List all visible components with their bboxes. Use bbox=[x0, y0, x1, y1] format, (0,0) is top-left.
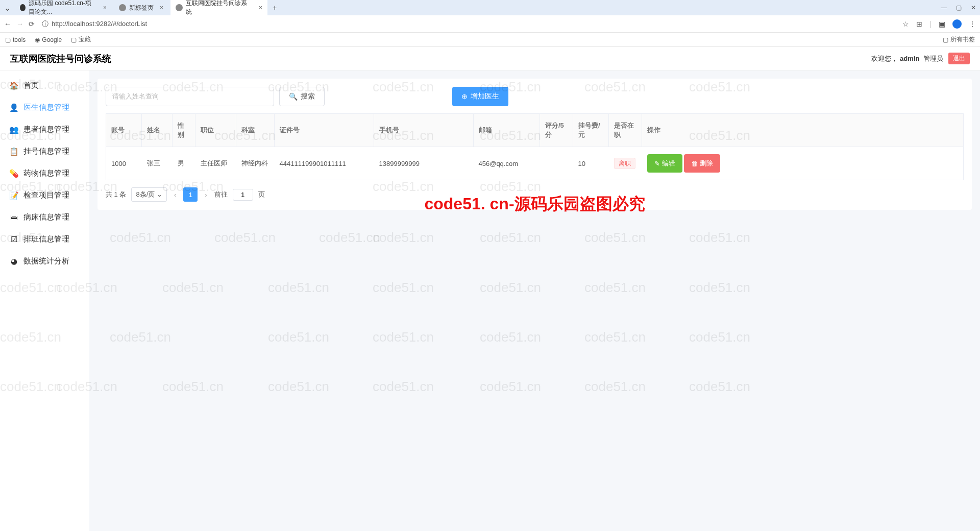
sidebar-item-label: 医生信息管理 bbox=[23, 103, 69, 112]
dropdown-icon[interactable]: ⌄ bbox=[4, 3, 11, 13]
table-header-row: 账号 姓名 性别 职位 科室 证件号 手机号 邮箱 评分/5分 挂号费/元 是否… bbox=[106, 114, 964, 147]
main-content: 请输入姓名查询 🔍 搜索 ⊕ 增加医生 账号 姓名 性别 bbox=[89, 70, 980, 531]
browser-titlebar: ⌄ 源码乐园 code51.cn-项目论文... × 新标签页 × 互联网医院挂… bbox=[0, 0, 980, 15]
divider: | bbox=[929, 20, 932, 28]
sidebar-item-label: 药物信息管理 bbox=[23, 168, 69, 178]
cell-idno: 444111199901011111 bbox=[275, 147, 374, 180]
cell-dept: 神经内科 bbox=[236, 147, 275, 180]
profile-icon[interactable] bbox=[952, 19, 962, 29]
browser-tab[interactable]: 源码乐园 code51.cn-项目论文... × bbox=[15, 0, 112, 18]
col-score: 评分/5分 bbox=[540, 114, 573, 147]
doctor-table: 账号 姓名 性别 职位 科室 证件号 手机号 邮箱 评分/5分 挂号费/元 是否… bbox=[106, 113, 964, 180]
sidebar-item-doctor[interactable]: 👤医生信息管理 bbox=[0, 96, 89, 118]
browser-tab[interactable]: 新标签页 × bbox=[114, 2, 168, 14]
sidebar-item-bed[interactable]: 🛏病床信息管理 bbox=[0, 206, 89, 228]
bookmark-item[interactable]: ◉ Google bbox=[35, 36, 62, 43]
cell-action: ✎编辑 🗑删除 bbox=[642, 147, 964, 180]
col-action: 操作 bbox=[642, 114, 964, 147]
search-button[interactable]: 🔍 搜索 bbox=[279, 87, 325, 106]
goto-prefix: 前往 bbox=[214, 190, 228, 199]
search-input[interactable]: 请输入姓名查询 bbox=[106, 87, 274, 106]
col-name: 姓名 bbox=[142, 114, 173, 147]
home-icon: 🏠 bbox=[9, 81, 18, 90]
tab-title: 源码乐园 code51.cn-项目论文... bbox=[29, 0, 97, 16]
sidebar-item-home[interactable]: 🏠首页 bbox=[0, 75, 89, 96]
sidebar-item-label: 病床信息管理 bbox=[23, 212, 69, 222]
new-tab-button[interactable]: + bbox=[273, 4, 277, 12]
sidebar: 🏠首页 👤医生信息管理 👥患者信息管理 📋挂号信息管理 💊药物信息管理 📝检查项… bbox=[0, 70, 89, 531]
all-bookmarks[interactable]: ▢ 所有书签 bbox=[943, 35, 975, 44]
page-size-select[interactable]: 8条/页 ⌄ bbox=[131, 187, 166, 202]
app-title: 互联网医院挂号问诊系统 bbox=[10, 53, 111, 65]
cell-position: 主任医师 bbox=[195, 147, 236, 180]
tab-title: 新标签页 bbox=[129, 4, 154, 12]
url-text: http://localhost:9282/#/doctorList bbox=[52, 20, 147, 28]
button-label: 搜索 bbox=[301, 92, 315, 101]
back-icon[interactable]: ← bbox=[4, 20, 11, 28]
star-icon[interactable]: ☆ bbox=[902, 20, 909, 28]
menu-icon[interactable]: ⋮ bbox=[969, 20, 976, 28]
sidebar-item-stats[interactable]: ◕数据统计分析 bbox=[0, 250, 89, 272]
sidebar-item-schedule[interactable]: ☑排班信息管理 bbox=[0, 228, 89, 250]
panel-icon[interactable]: ▣ bbox=[939, 20, 945, 28]
content-card: 请输入姓名查询 🔍 搜索 ⊕ 增加医生 账号 姓名 性别 bbox=[97, 79, 972, 210]
browser-tabs: 源码乐园 code51.cn-项目论文... × 新标签页 × 互联网医院挂号问… bbox=[15, 0, 941, 18]
sidebar-item-exam[interactable]: 📝检查项目管理 bbox=[0, 184, 89, 206]
col-account: 账号 bbox=[106, 114, 142, 147]
sidebar-item-label: 患者信息管理 bbox=[23, 125, 69, 134]
search-icon: 🔍 bbox=[289, 92, 298, 101]
col-fee: 挂号费/元 bbox=[573, 114, 609, 147]
prev-page-icon[interactable]: ‹ bbox=[172, 191, 178, 199]
sidebar-item-label: 检查项目管理 bbox=[23, 190, 69, 200]
app-body: 🏠首页 👤医生信息管理 👥患者信息管理 📋挂号信息管理 💊药物信息管理 📝检查项… bbox=[0, 70, 980, 531]
maximize-icon[interactable]: ▢ bbox=[956, 4, 962, 11]
close-icon[interactable]: × bbox=[103, 4, 107, 11]
delete-button[interactable]: 🗑删除 bbox=[684, 154, 720, 173]
cell-score bbox=[540, 147, 573, 180]
page-number[interactable]: 1 bbox=[183, 187, 198, 202]
favicon-icon bbox=[176, 4, 183, 11]
goto-input[interactable] bbox=[233, 189, 253, 201]
extension-icon[interactable]: ⊞ bbox=[916, 20, 922, 28]
bookmark-folder[interactable]: ▢ 宝藏 bbox=[71, 35, 91, 44]
tab-title: 互联网医院挂号问诊系统 bbox=[186, 0, 253, 16]
plus-icon: ⊕ bbox=[461, 92, 468, 101]
cell-account: 1000 bbox=[106, 147, 142, 180]
delete-icon: 🗑 bbox=[691, 160, 698, 167]
browser-tab[interactable]: 互联网医院挂号问诊系统 × bbox=[170, 0, 267, 18]
close-icon[interactable]: × bbox=[160, 4, 163, 11]
close-icon[interactable]: × bbox=[259, 4, 262, 11]
sidebar-item-label: 首页 bbox=[23, 81, 39, 90]
sidebar-item-label: 数据统计分析 bbox=[23, 256, 69, 266]
col-idno: 证件号 bbox=[275, 114, 374, 147]
forward-icon[interactable]: → bbox=[16, 20, 23, 28]
sidebar-item-register[interactable]: 📋挂号信息管理 bbox=[0, 140, 89, 162]
status-badge: 离职 bbox=[614, 158, 635, 169]
col-phone: 手机号 bbox=[374, 114, 474, 147]
close-window-icon[interactable]: ✕ bbox=[971, 4, 976, 11]
sidebar-item-drug[interactable]: 💊药物信息管理 bbox=[0, 162, 89, 184]
add-doctor-button[interactable]: ⊕ 增加医生 bbox=[452, 87, 508, 106]
chart-icon: ◕ bbox=[9, 257, 18, 266]
edit-button[interactable]: ✎编辑 bbox=[647, 154, 682, 173]
url-input[interactable]: ⓘ http://localhost:9282/#/doctorList bbox=[40, 19, 897, 29]
button-label: 增加医生 bbox=[471, 92, 499, 101]
cell-gender: 男 bbox=[173, 147, 195, 180]
next-page-icon[interactable]: › bbox=[203, 191, 209, 199]
minimize-icon[interactable]: — bbox=[941, 4, 947, 11]
bookmark-folder[interactable]: ▢ tools bbox=[5, 36, 26, 43]
col-position: 职位 bbox=[195, 114, 236, 147]
cell-name: 张三 bbox=[142, 147, 173, 180]
reload-icon[interactable]: ⟳ bbox=[29, 20, 35, 28]
col-gender: 性别 bbox=[173, 114, 195, 147]
sidebar-item-patient[interactable]: 👥患者信息管理 bbox=[0, 118, 89, 140]
bed-icon: 🛏 bbox=[9, 213, 18, 222]
col-dept: 科室 bbox=[236, 114, 275, 147]
placeholder-text: 请输入姓名查询 bbox=[112, 92, 159, 101]
user-icon: 👤 bbox=[9, 103, 18, 112]
logout-button[interactable]: 退出 bbox=[948, 53, 970, 64]
goto-suffix: 页 bbox=[258, 190, 265, 199]
check-icon: 📝 bbox=[9, 191, 18, 200]
welcome-text: 欢迎您， admin 管理员 bbox=[871, 54, 943, 63]
favicon-icon bbox=[119, 4, 126, 11]
